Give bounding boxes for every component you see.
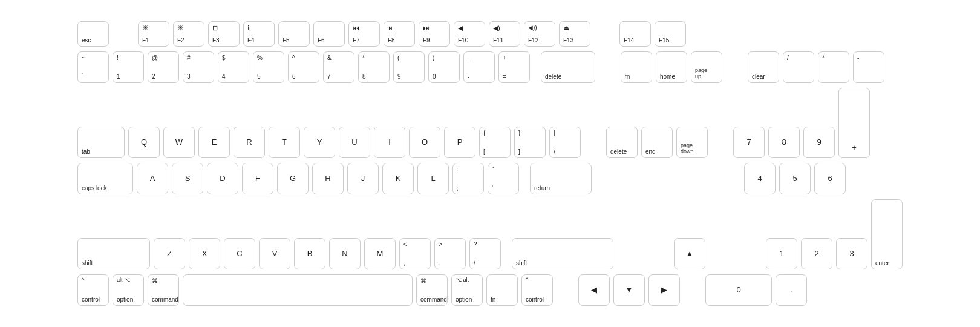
key-f5[interactable]: F5: [278, 21, 310, 47]
key-numpad-plus[interactable]: +: [838, 88, 870, 158]
key-f9[interactable]: ⏭ F9: [419, 21, 450, 47]
key-numpad-0[interactable]: 0: [705, 274, 772, 306]
key-k[interactable]: K: [382, 163, 414, 194]
key-clear[interactable]: clear: [748, 51, 779, 83]
key-numpad-decimal[interactable]: .: [776, 274, 807, 306]
key-f8[interactable]: ⏯ F8: [384, 21, 415, 47]
key-option-left[interactable]: alt ⌥ option: [113, 274, 144, 306]
key-comma[interactable]: < ,: [399, 238, 431, 269]
key-numpad-enter[interactable]: enter: [871, 199, 903, 269]
key-c[interactable]: C: [224, 238, 255, 269]
key-tilde[interactable]: ~ `: [77, 51, 109, 83]
key-u[interactable]: U: [339, 127, 370, 158]
key-s[interactable]: S: [172, 163, 203, 194]
key-m[interactable]: M: [364, 238, 396, 269]
key-8[interactable]: * 8: [358, 51, 390, 83]
key-f7[interactable]: ⏮ F7: [348, 21, 380, 47]
key-option-right[interactable]: ⌥ alt option: [451, 274, 483, 306]
key-numpad-9[interactable]: 9: [803, 127, 835, 158]
key-f[interactable]: F: [242, 163, 273, 194]
key-command-left[interactable]: ⌘ command: [148, 274, 179, 306]
key-2[interactable]: @ 2: [148, 51, 179, 83]
key-i[interactable]: I: [374, 127, 405, 158]
key-fn[interactable]: fn: [621, 51, 652, 83]
key-f4[interactable]: ℹ F4: [243, 21, 275, 47]
key-command-right[interactable]: ⌘ command: [416, 274, 448, 306]
key-equals[interactable]: + =: [498, 51, 530, 83]
key-f13[interactable]: ⏏ F13: [559, 21, 590, 47]
key-j[interactable]: J: [347, 163, 379, 194]
key-capslock[interactable]: caps lock: [77, 163, 133, 194]
key-h[interactable]: H: [312, 163, 344, 194]
key-f6[interactable]: F6: [313, 21, 345, 47]
key-3[interactable]: # 3: [183, 51, 214, 83]
key-f14[interactable]: F14: [619, 21, 651, 47]
key-d[interactable]: D: [207, 163, 238, 194]
key-quote[interactable]: " ': [488, 163, 519, 194]
key-space[interactable]: [183, 274, 413, 306]
key-n[interactable]: N: [329, 238, 361, 269]
key-shift-right[interactable]: shift: [512, 238, 613, 269]
key-semicolon[interactable]: : ;: [452, 163, 484, 194]
key-numpad-8[interactable]: 8: [768, 127, 800, 158]
key-numpad-minus[interactable]: -: [853, 51, 884, 83]
key-delete2[interactable]: delete: [606, 127, 638, 158]
key-leftbracket[interactable]: { [: [479, 127, 511, 158]
key-4[interactable]: $ 4: [218, 51, 249, 83]
key-arrow-down[interactable]: ▼: [613, 274, 645, 306]
key-backslash[interactable]: | \: [549, 127, 581, 158]
key-w[interactable]: W: [163, 127, 195, 158]
key-f2[interactable]: ☀ F2: [173, 21, 204, 47]
key-slash[interactable]: ? /: [469, 238, 501, 269]
key-rightbracket[interactable]: } ]: [514, 127, 546, 158]
key-r[interactable]: R: [234, 127, 265, 158]
key-fn-right[interactable]: fn: [486, 274, 518, 306]
key-control-left[interactable]: ^ control: [77, 274, 109, 306]
key-9[interactable]: ( 9: [393, 51, 425, 83]
key-pageup[interactable]: pageup: [691, 51, 722, 83]
key-esc[interactable]: esc: [77, 21, 109, 47]
key-numpad-2[interactable]: 2: [801, 238, 832, 269]
key-t[interactable]: T: [269, 127, 300, 158]
key-delete[interactable]: delete: [541, 51, 595, 83]
key-7[interactable]: & 7: [323, 51, 354, 83]
key-b[interactable]: B: [294, 238, 325, 269]
key-v[interactable]: V: [259, 238, 290, 269]
key-home[interactable]: home: [656, 51, 687, 83]
key-0[interactable]: ) 0: [428, 51, 460, 83]
key-arrow-left[interactable]: ◀: [578, 274, 610, 306]
key-numpad-asterisk[interactable]: *: [818, 51, 849, 83]
key-return[interactable]: return: [530, 163, 592, 194]
key-p[interactable]: P: [444, 127, 475, 158]
key-x[interactable]: X: [189, 238, 220, 269]
key-end[interactable]: end: [641, 127, 673, 158]
key-numpad-5[interactable]: 5: [779, 163, 811, 194]
key-o[interactable]: O: [409, 127, 440, 158]
key-numpad-4[interactable]: 4: [744, 163, 776, 194]
key-pagedown[interactable]: pagedown: [676, 127, 708, 158]
key-q[interactable]: Q: [128, 127, 160, 158]
key-6[interactable]: ^ 6: [288, 51, 319, 83]
key-f15[interactable]: F15: [655, 21, 686, 47]
key-minus[interactable]: _ -: [463, 51, 495, 83]
key-a[interactable]: A: [137, 163, 168, 194]
key-f11[interactable]: ◀) F11: [489, 21, 520, 47]
key-z[interactable]: Z: [154, 238, 185, 269]
key-numpad-slash[interactable]: /: [783, 51, 814, 83]
key-control-right[interactable]: ^ control: [521, 274, 553, 306]
key-shift-left[interactable]: shift: [77, 238, 150, 269]
key-numpad-7[interactable]: 7: [733, 127, 765, 158]
key-f1[interactable]: ☀ F1: [138, 21, 169, 47]
key-numpad-3[interactable]: 3: [836, 238, 867, 269]
key-f3[interactable]: ⊟ F3: [208, 21, 240, 47]
key-f10[interactable]: ◀ F10: [454, 21, 485, 47]
key-e[interactable]: E: [198, 127, 230, 158]
key-5[interactable]: % 5: [253, 51, 284, 83]
key-numpad-1[interactable]: 1: [766, 238, 797, 269]
key-tab[interactable]: tab: [77, 127, 125, 158]
key-l[interactable]: L: [417, 163, 449, 194]
key-period[interactable]: > .: [434, 238, 466, 269]
key-g[interactable]: G: [277, 163, 309, 194]
key-y[interactable]: Y: [304, 127, 335, 158]
key-arrow-up[interactable]: ▲: [674, 238, 705, 269]
